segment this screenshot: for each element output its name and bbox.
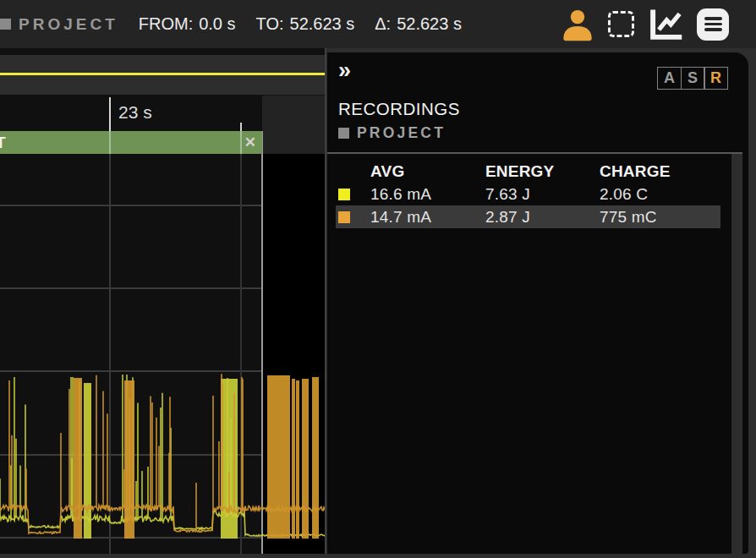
- mode-button-r[interactable]: R: [704, 67, 728, 90]
- cell-energy: 7.63 J: [485, 185, 600, 204]
- delta-value: 52.623 s: [397, 14, 462, 34]
- series-swatch: [338, 189, 350, 200]
- out-of-selection-shade: [262, 96, 326, 154]
- mode-button-s[interactable]: S: [681, 67, 705, 90]
- mode-button-a[interactable]: A: [657, 67, 682, 90]
- from-label: FROM:: [139, 14, 193, 34]
- divider: [327, 152, 742, 154]
- time-tick-label: 23 s: [118, 102, 152, 123]
- cell-charge: 775 mC: [600, 208, 720, 227]
- recordings-panel: » A S R RECORDINGS PROJECT AVG ENERGY CH…: [327, 52, 748, 554]
- cell-avg: 16.6 mA: [370, 185, 485, 204]
- project-color-square: [0, 19, 11, 30]
- chart-top-band: [0, 55, 326, 95]
- collapse-panel-icon[interactable]: »: [338, 59, 351, 82]
- chart-view-icon[interactable]: [647, 7, 684, 42]
- selection-bar[interactable]: T ✕: [0, 131, 262, 154]
- range-from: FROM: 0.0 s: [139, 14, 236, 34]
- table-row-selected[interactable]: 14.7 mA 2.87 J 775 mC: [336, 205, 720, 228]
- recordings-table: AVG ENERGY CHARGE 16.6 mA 7.63 J 2.06 C …: [336, 160, 720, 228]
- selection-end-line[interactable]: [261, 131, 263, 554]
- menu-bar-glyph: [704, 28, 722, 30]
- top-toolbar: PROJECT FROM: 0.0 s TO: 52.623 s Δ: 52.6…: [0, 0, 756, 48]
- panel-subtitle-label: PROJECT: [357, 124, 446, 142]
- table-header-row: AVG ENERGY CHARGE: [336, 160, 720, 183]
- range-to: TO: 52.623 s: [256, 14, 355, 34]
- header-energy: ENERGY: [485, 162, 600, 181]
- header-avg: AVG: [370, 162, 485, 181]
- range-delta: Δ: 52.623 s: [375, 14, 462, 34]
- series-swatch: [338, 211, 350, 223]
- user-icon[interactable]: [560, 8, 595, 41]
- out-of-selection-shade: [262, 154, 326, 554]
- project-color-square: [338, 128, 349, 139]
- panel-subtitle: PROJECT: [338, 124, 446, 142]
- dashed-square-glyph: [608, 11, 634, 37]
- power-profiler-app: PROJECT FROM: 0.0 s TO: 52.623 s Δ: 52.6…: [0, 0, 756, 558]
- header-charge: CHARGE: [600, 162, 720, 181]
- v-gridline: [240, 154, 242, 554]
- delta-label: Δ:: [375, 14, 391, 34]
- menu-bar-glyph: [704, 17, 722, 19]
- to-value: 52.623 s: [290, 14, 355, 34]
- measurement-chart[interactable]: 23 s T ✕: [0, 48, 326, 554]
- gridline-glint: [109, 131, 111, 154]
- close-icon[interactable]: ✕: [244, 134, 256, 151]
- selection-bar-label: T: [0, 134, 6, 152]
- max-marker-line: [0, 73, 326, 75]
- project-title: PROJECT: [19, 15, 118, 34]
- cell-energy: 2.87 J: [485, 208, 600, 227]
- toolbar-icons: [560, 0, 729, 48]
- gridline-glint: [240, 131, 242, 154]
- panel-divider: [325, 48, 326, 554]
- selection-tool-icon[interactable]: [608, 11, 634, 37]
- menu-bar-glyph: [704, 23, 722, 25]
- from-value: 0.0 s: [199, 14, 235, 34]
- v-gridline: [109, 154, 111, 554]
- cell-charge: 2.06 C: [600, 185, 720, 204]
- menu-icon[interactable]: [697, 8, 729, 41]
- stats-mode-switch: A S R: [657, 67, 728, 90]
- panel-title: RECORDINGS: [338, 99, 460, 119]
- scrollbar[interactable]: [731, 154, 742, 554]
- cell-avg: 14.7 mA: [370, 208, 485, 227]
- to-label: TO:: [256, 14, 284, 34]
- table-row[interactable]: 16.6 mA 7.63 J 2.06 C: [336, 183, 720, 205]
